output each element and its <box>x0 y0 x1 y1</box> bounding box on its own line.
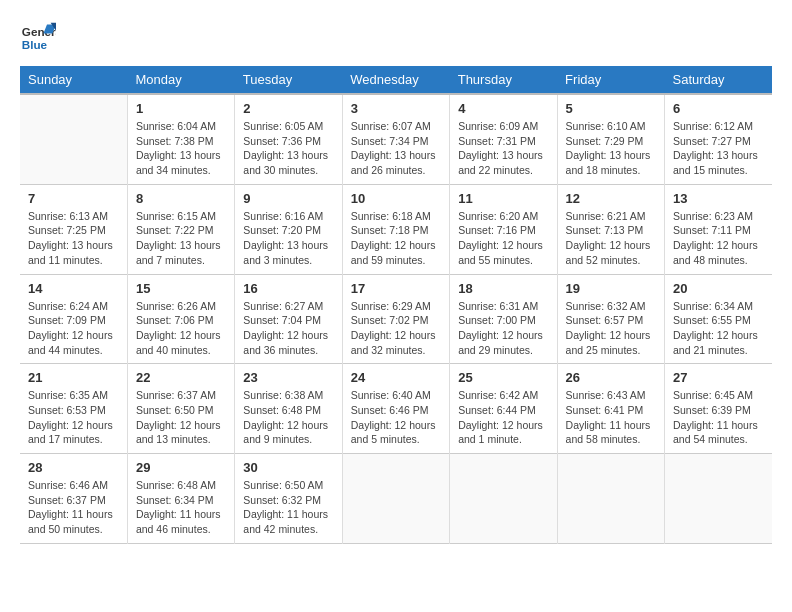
calendar-cell: 23Sunrise: 6:38 AMSunset: 6:48 PMDayligh… <box>235 364 342 454</box>
day-info: Sunrise: 6:27 AMSunset: 7:04 PMDaylight:… <box>243 299 333 358</box>
calendar-cell: 19Sunrise: 6:32 AMSunset: 6:57 PMDayligh… <box>557 274 664 364</box>
calendar-cell: 5Sunrise: 6:10 AMSunset: 7:29 PMDaylight… <box>557 94 664 184</box>
calendar-cell: 27Sunrise: 6:45 AMSunset: 6:39 PMDayligh… <box>665 364 772 454</box>
day-number: 25 <box>458 370 548 385</box>
day-info: Sunrise: 6:10 AMSunset: 7:29 PMDaylight:… <box>566 119 656 178</box>
calendar-cell: 9Sunrise: 6:16 AMSunset: 7:20 PMDaylight… <box>235 184 342 274</box>
calendar-cell: 21Sunrise: 6:35 AMSunset: 6:53 PMDayligh… <box>20 364 127 454</box>
logo-icon: General Blue <box>20 20 56 56</box>
day-info: Sunrise: 6:43 AMSunset: 6:41 PMDaylight:… <box>566 388 656 447</box>
day-info: Sunrise: 6:26 AMSunset: 7:06 PMDaylight:… <box>136 299 226 358</box>
calendar-cell: 17Sunrise: 6:29 AMSunset: 7:02 PMDayligh… <box>342 274 449 364</box>
day-info: Sunrise: 6:48 AMSunset: 6:34 PMDaylight:… <box>136 478 226 537</box>
day-number: 17 <box>351 281 441 296</box>
header-thursday: Thursday <box>450 66 557 94</box>
day-info: Sunrise: 6:50 AMSunset: 6:32 PMDaylight:… <box>243 478 333 537</box>
day-number: 27 <box>673 370 764 385</box>
day-number: 9 <box>243 191 333 206</box>
calendar-cell: 6Sunrise: 6:12 AMSunset: 7:27 PMDaylight… <box>665 94 772 184</box>
day-number: 26 <box>566 370 656 385</box>
calendar-cell: 3Sunrise: 6:07 AMSunset: 7:34 PMDaylight… <box>342 94 449 184</box>
svg-text:Blue: Blue <box>22 38 48 51</box>
day-number: 5 <box>566 101 656 116</box>
day-info: Sunrise: 6:05 AMSunset: 7:36 PMDaylight:… <box>243 119 333 178</box>
header-tuesday: Tuesday <box>235 66 342 94</box>
day-number: 16 <box>243 281 333 296</box>
day-number: 12 <box>566 191 656 206</box>
calendar-cell <box>665 454 772 544</box>
calendar-cell: 29Sunrise: 6:48 AMSunset: 6:34 PMDayligh… <box>127 454 234 544</box>
day-info: Sunrise: 6:37 AMSunset: 6:50 PMDaylight:… <box>136 388 226 447</box>
day-number: 6 <box>673 101 764 116</box>
calendar-header-row: SundayMondayTuesdayWednesdayThursdayFrid… <box>20 66 772 94</box>
calendar-cell: 4Sunrise: 6:09 AMSunset: 7:31 PMDaylight… <box>450 94 557 184</box>
calendar-cell <box>450 454 557 544</box>
day-number: 28 <box>28 460 119 475</box>
day-info: Sunrise: 6:32 AMSunset: 6:57 PMDaylight:… <box>566 299 656 358</box>
calendar-cell: 14Sunrise: 6:24 AMSunset: 7:09 PMDayligh… <box>20 274 127 364</box>
day-info: Sunrise: 6:21 AMSunset: 7:13 PMDaylight:… <box>566 209 656 268</box>
logo: General Blue <box>20 20 62 56</box>
header-sunday: Sunday <box>20 66 127 94</box>
day-number: 15 <box>136 281 226 296</box>
calendar-cell: 1Sunrise: 6:04 AMSunset: 7:38 PMDaylight… <box>127 94 234 184</box>
day-number: 20 <box>673 281 764 296</box>
day-number: 13 <box>673 191 764 206</box>
header-monday: Monday <box>127 66 234 94</box>
day-info: Sunrise: 6:45 AMSunset: 6:39 PMDaylight:… <box>673 388 764 447</box>
day-info: Sunrise: 6:40 AMSunset: 6:46 PMDaylight:… <box>351 388 441 447</box>
calendar-cell: 22Sunrise: 6:37 AMSunset: 6:50 PMDayligh… <box>127 364 234 454</box>
day-number: 2 <box>243 101 333 116</box>
calendar-cell: 20Sunrise: 6:34 AMSunset: 6:55 PMDayligh… <box>665 274 772 364</box>
day-number: 8 <box>136 191 226 206</box>
header-saturday: Saturday <box>665 66 772 94</box>
day-info: Sunrise: 6:23 AMSunset: 7:11 PMDaylight:… <box>673 209 764 268</box>
calendar-cell: 15Sunrise: 6:26 AMSunset: 7:06 PMDayligh… <box>127 274 234 364</box>
calendar-cell: 16Sunrise: 6:27 AMSunset: 7:04 PMDayligh… <box>235 274 342 364</box>
day-info: Sunrise: 6:09 AMSunset: 7:31 PMDaylight:… <box>458 119 548 178</box>
day-number: 30 <box>243 460 333 475</box>
day-number: 3 <box>351 101 441 116</box>
calendar-cell: 11Sunrise: 6:20 AMSunset: 7:16 PMDayligh… <box>450 184 557 274</box>
calendar-cell: 18Sunrise: 6:31 AMSunset: 7:00 PMDayligh… <box>450 274 557 364</box>
day-info: Sunrise: 6:13 AMSunset: 7:25 PMDaylight:… <box>28 209 119 268</box>
day-info: Sunrise: 6:24 AMSunset: 7:09 PMDaylight:… <box>28 299 119 358</box>
day-info: Sunrise: 6:15 AMSunset: 7:22 PMDaylight:… <box>136 209 226 268</box>
calendar-cell: 2Sunrise: 6:05 AMSunset: 7:36 PMDaylight… <box>235 94 342 184</box>
header-friday: Friday <box>557 66 664 94</box>
calendar-table: SundayMondayTuesdayWednesdayThursdayFrid… <box>20 66 772 544</box>
day-info: Sunrise: 6:34 AMSunset: 6:55 PMDaylight:… <box>673 299 764 358</box>
day-number: 10 <box>351 191 441 206</box>
calendar-cell: 30Sunrise: 6:50 AMSunset: 6:32 PMDayligh… <box>235 454 342 544</box>
day-number: 29 <box>136 460 226 475</box>
day-info: Sunrise: 6:31 AMSunset: 7:00 PMDaylight:… <box>458 299 548 358</box>
day-number: 19 <box>566 281 656 296</box>
calendar-cell: 12Sunrise: 6:21 AMSunset: 7:13 PMDayligh… <box>557 184 664 274</box>
day-number: 24 <box>351 370 441 385</box>
day-info: Sunrise: 6:42 AMSunset: 6:44 PMDaylight:… <box>458 388 548 447</box>
calendar-cell: 10Sunrise: 6:18 AMSunset: 7:18 PMDayligh… <box>342 184 449 274</box>
day-info: Sunrise: 6:04 AMSunset: 7:38 PMDaylight:… <box>136 119 226 178</box>
calendar-cell <box>557 454 664 544</box>
day-info: Sunrise: 6:12 AMSunset: 7:27 PMDaylight:… <box>673 119 764 178</box>
calendar-cell: 25Sunrise: 6:42 AMSunset: 6:44 PMDayligh… <box>450 364 557 454</box>
day-number: 4 <box>458 101 548 116</box>
header-wednesday: Wednesday <box>342 66 449 94</box>
day-number: 23 <box>243 370 333 385</box>
day-number: 1 <box>136 101 226 116</box>
calendar-cell: 7Sunrise: 6:13 AMSunset: 7:25 PMDaylight… <box>20 184 127 274</box>
calendar-cell <box>342 454 449 544</box>
day-info: Sunrise: 6:07 AMSunset: 7:34 PMDaylight:… <box>351 119 441 178</box>
calendar-cell: 26Sunrise: 6:43 AMSunset: 6:41 PMDayligh… <box>557 364 664 454</box>
calendar-cell: 24Sunrise: 6:40 AMSunset: 6:46 PMDayligh… <box>342 364 449 454</box>
day-info: Sunrise: 6:18 AMSunset: 7:18 PMDaylight:… <box>351 209 441 268</box>
calendar-cell: 8Sunrise: 6:15 AMSunset: 7:22 PMDaylight… <box>127 184 234 274</box>
day-info: Sunrise: 6:29 AMSunset: 7:02 PMDaylight:… <box>351 299 441 358</box>
calendar-cell <box>20 94 127 184</box>
day-number: 7 <box>28 191 119 206</box>
calendar-cell: 13Sunrise: 6:23 AMSunset: 7:11 PMDayligh… <box>665 184 772 274</box>
day-info: Sunrise: 6:46 AMSunset: 6:37 PMDaylight:… <box>28 478 119 537</box>
page-header: General Blue <box>20 20 772 56</box>
day-info: Sunrise: 6:38 AMSunset: 6:48 PMDaylight:… <box>243 388 333 447</box>
day-number: 11 <box>458 191 548 206</box>
